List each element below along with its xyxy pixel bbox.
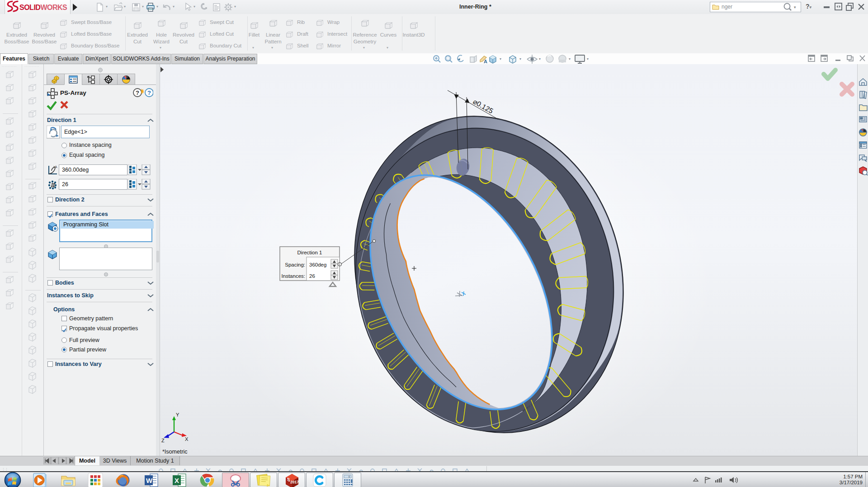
svg-text:?: ? xyxy=(147,89,151,96)
svg-text:W: W xyxy=(146,477,153,484)
svg-text:?: ? xyxy=(136,89,139,96)
svg-text:X: X xyxy=(175,477,179,484)
svg-text:▾: ▾ xyxy=(794,5,796,9)
svg-text:26: 26 xyxy=(309,273,315,279)
svg-text:0: 0 xyxy=(349,475,350,478)
svg-text:360deg: 360deg xyxy=(309,262,326,267)
svg-text:Direction 1: Direction 1 xyxy=(297,250,322,255)
svg-text:X: X xyxy=(185,436,189,442)
svg-text:A: A xyxy=(484,59,487,64)
svg-text:Instances:: Instances: xyxy=(282,273,305,279)
svg-text:Y: Y xyxy=(176,412,179,417)
svg-text:*Isometric: *Isometric xyxy=(162,449,188,455)
svg-text:SOLIDWORKS: SOLIDWORKS xyxy=(19,4,67,11)
svg-text:A: A xyxy=(55,165,57,169)
svg-text:Z: Z xyxy=(161,438,165,443)
svg-text:2017: 2017 xyxy=(290,480,299,484)
svg-text:Spacing:: Spacing: xyxy=(285,262,305,267)
